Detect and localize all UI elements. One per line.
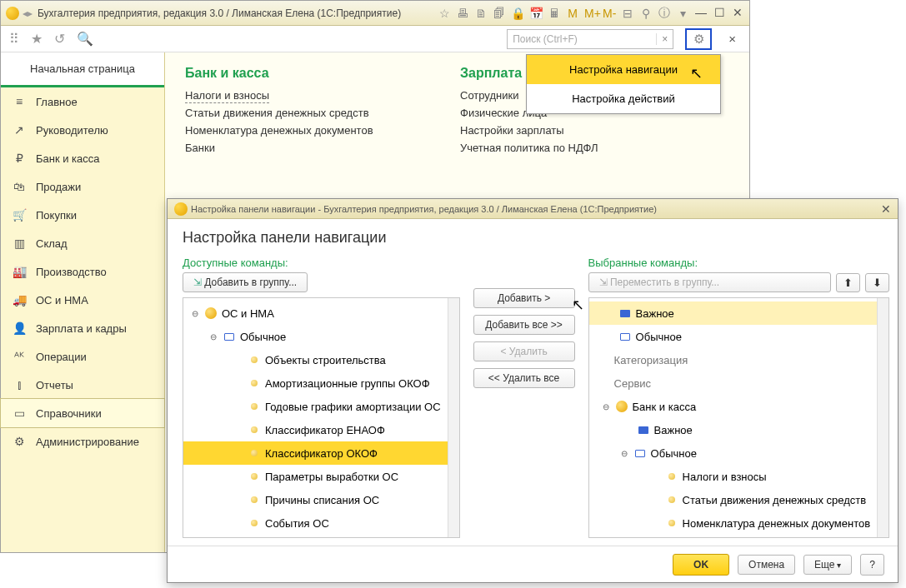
maximize-button[interactable]: ☐ <box>713 7 726 20</box>
link-banks[interactable]: Банки <box>185 142 410 154</box>
tree-node-group[interactable]: ⊖Обычное <box>183 325 448 348</box>
available-tree[interactable]: ⊖ОС и НМА ⊖Обычное Объекты строительства… <box>183 297 460 538</box>
item-icon <box>251 450 258 456</box>
usual-icon <box>620 333 630 341</box>
tree-item[interactable]: Амортизационные группы ОКОФ <box>183 371 448 395</box>
tree-item[interactable]: Годовые графики амортизации ОС <box>183 395 448 418</box>
main-titlebar: ◂▸ Бухгалтерия предприятия, редакция 3.0… <box>1 1 749 26</box>
dropdown-action-settings[interactable]: Настройка действий <box>527 84 720 113</box>
tool-icon[interactable]: 🗐 <box>493 7 506 20</box>
tool-mminus-icon[interactable]: M- <box>603 7 616 20</box>
tree-item[interactable]: Налоги и взносы <box>589 465 878 488</box>
tree-service[interactable]: Сервис <box>589 371 878 395</box>
search-input[interactable] <box>508 30 656 48</box>
cart-icon: 🛒 <box>13 208 26 222</box>
search-icon[interactable]: 🔍 <box>77 31 93 47</box>
dialog-close-button[interactable]: ✕ <box>881 202 891 216</box>
tree-important[interactable]: Важное <box>589 301 878 325</box>
home-tab[interactable]: Начальная страница <box>1 52 164 87</box>
tree-item-selected[interactable]: Классификатор ОКОФ <box>183 441 448 465</box>
tree-item[interactable]: Объекты строительства <box>183 348 448 371</box>
item-icon <box>251 380 258 386</box>
search-clear-icon[interactable]: × <box>656 33 673 45</box>
move-up-button[interactable]: ⬆ <box>836 273 860 292</box>
ok-button[interactable]: OK <box>673 554 729 576</box>
item-icon <box>251 426 258 433</box>
move-down-button[interactable]: ⬇ <box>865 273 889 292</box>
tree-item[interactable]: Статьи движения денежных средств <box>589 488 878 511</box>
tool-icon[interactable]: ⚲ <box>639 7 653 20</box>
nav-refs[interactable]: ▭Справочники <box>1 399 164 427</box>
tree-bank-important[interactable]: Важное <box>589 418 878 441</box>
scrollbar[interactable] <box>877 298 888 537</box>
link-ndfl[interactable]: Учетная политика по НДФЛ <box>460 142 685 154</box>
close-button[interactable]: ✕ <box>731 7 744 20</box>
tool-mplus-icon[interactable]: M+ <box>584 7 598 20</box>
nav-stock[interactable]: ▥Склад <box>1 229 164 257</box>
tool-icon[interactable]: 🖶 <box>456 7 469 20</box>
nav-manager[interactable]: ↗Руководителю <box>1 116 164 144</box>
star-icon[interactable]: ★ <box>31 31 43 47</box>
tool-info-icon[interactable]: ⓘ <box>658 6 671 21</box>
sidebar: Начальная страница ≡Главное ↗Руководител… <box>1 52 165 552</box>
tool-icon[interactable]: ☆ <box>438 7 451 20</box>
tool-icon[interactable]: 🗎 <box>474 7 488 20</box>
link-taxes[interactable]: Налоги и взносы <box>185 89 410 102</box>
nav-admin[interactable]: ⚙Администрирование <box>1 427 164 456</box>
tree-item[interactable]: Номенклатура денежных документов <box>589 511 878 535</box>
minimize-button[interactable]: — <box>694 7 708 20</box>
nav-reports[interactable]: ⫿Отчеты <box>1 371 164 399</box>
tool-icon[interactable]: 🖩 <box>548 7 561 20</box>
more-button[interactable]: Еще <box>803 555 852 575</box>
usual-icon <box>635 450 645 457</box>
main-title: Бухгалтерия предприятия, редакция 3.0 / … <box>38 7 401 19</box>
logo-1c-icon <box>174 202 188 216</box>
apps-icon[interactable]: ⠿ <box>9 31 19 47</box>
add-to-group-button[interactable]: ⇲ Добавить в группу... <box>183 272 308 292</box>
tree-categorization[interactable]: Категоризация <box>589 348 878 371</box>
nav-salary[interactable]: 👤Зарплата и кадры <box>1 314 164 342</box>
tree-bank-usual[interactable]: ⊖Обычное <box>589 441 878 465</box>
settings-button[interactable]: ⚙ <box>685 28 712 50</box>
link-salary-settings[interactable]: Настройки зарплаты <box>460 124 685 137</box>
history-arrows-icon[interactable]: ◂▸ <box>23 7 33 19</box>
add-button[interactable]: Добавить > <box>473 288 575 308</box>
available-label: Доступные команды: <box>183 257 460 269</box>
nav-main[interactable]: ≡Главное <box>1 87 164 116</box>
nav-os-nma[interactable]: 🚚ОС и НМА <box>1 286 164 314</box>
tool-dropdown-icon[interactable]: ▾ <box>676 7 689 20</box>
nav-purchases[interactable]: 🛒Покупки <box>1 201 164 229</box>
tree-item[interactable]: События ОС <box>183 511 448 535</box>
link-cashflow[interactable]: Статьи движения денежных средств <box>185 107 410 119</box>
add-all-button[interactable]: Добавить все >> <box>473 315 575 335</box>
tree-usual[interactable]: Обычное <box>589 325 878 348</box>
dropdown-nav-settings[interactable]: Настройка навигации <box>527 55 720 84</box>
nav-production[interactable]: 🏭Производство <box>1 257 164 286</box>
tree-node-root[interactable]: ⊖ОС и НМА <box>183 301 448 325</box>
close-x-icon[interactable]: × <box>723 32 741 46</box>
tree-bank[interactable]: ⊖Банк и касса <box>589 395 878 418</box>
move-to-group-button[interactable]: ⇲ Переместить в группу... <box>588 272 832 292</box>
item-icon <box>668 473 675 480</box>
tool-icon[interactable]: 🔒 <box>511 7 524 20</box>
bars-icon: ⫿ <box>13 378 26 391</box>
tree-item[interactable]: Причины списания ОС <box>183 488 448 511</box>
tool-icon[interactable]: 📅 <box>529 7 543 20</box>
tree-item[interactable]: Параметры выработки ОС <box>183 465 448 488</box>
nav-sales[interactable]: 🛍Продажи <box>1 172 164 201</box>
selected-tree[interactable]: Важное Обычное Категоризация Сервис ⊖Бан… <box>588 297 890 538</box>
tree-item[interactable]: Классификатор ЕНАОФ <box>183 418 448 441</box>
important-icon <box>620 310 630 317</box>
tool-icon[interactable]: ⊟ <box>621 7 634 20</box>
remove-button[interactable]: < Удалить <box>473 341 575 361</box>
history-icon[interactable]: ↺ <box>54 31 65 47</box>
nav-bank[interactable]: ₽Банк и касса <box>1 144 164 172</box>
link-docnomen[interactable]: Номенклатура денежных документов <box>185 124 410 137</box>
help-button[interactable]: ? <box>860 554 884 576</box>
scrollbar[interactable] <box>448 298 459 537</box>
tool-m-icon[interactable]: M <box>566 7 579 20</box>
nav-operations[interactable]: ᴬᴷОперации <box>1 342 164 371</box>
cancel-button[interactable]: Отмена <box>738 555 795 575</box>
dialog-heading: Настройка панели навигации <box>183 229 883 247</box>
remove-all-button[interactable]: << Удалить все <box>473 368 575 388</box>
